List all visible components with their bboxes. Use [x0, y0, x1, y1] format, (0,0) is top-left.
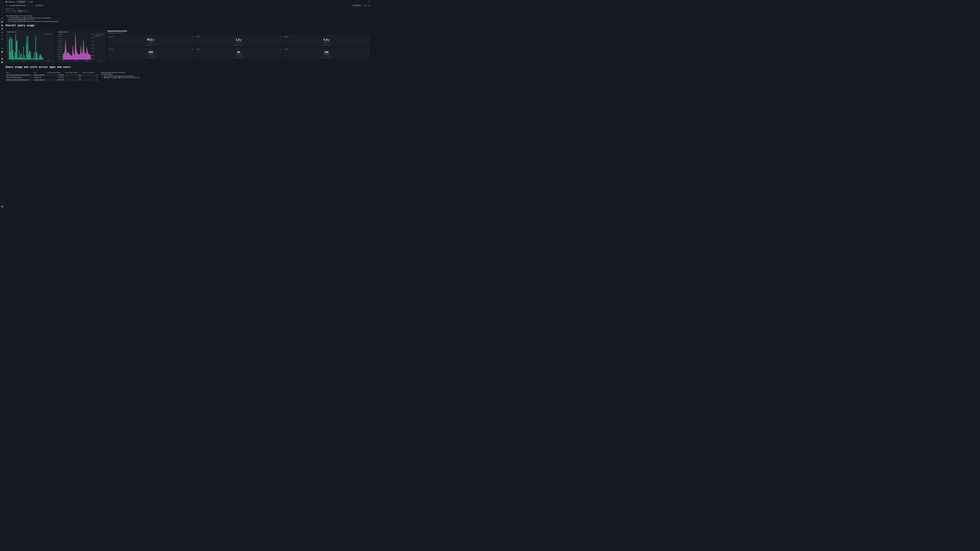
help-icon[interactable]: ? — [368, 1, 370, 3]
bar[interactable] — [21, 54, 21, 59]
bar[interactable] — [11, 38, 12, 60]
bar[interactable] — [25, 59, 26, 59]
chevron-down-icon[interactable]: ▾ — [96, 72, 97, 73]
sidebar-app-person-icon[interactable] — [1, 54, 3, 57]
breadcrumb[interactable]: Dashboards — [6, 1, 15, 3]
bar[interactable] — [38, 59, 38, 59]
timerange-select[interactable]: Last 2 hours ▾ — [352, 4, 363, 7]
app-logo-icon[interactable] — [1, 1, 3, 4]
bar[interactable] — [16, 41, 17, 59]
bar[interactable] — [34, 52, 35, 60]
bar[interactable] — [24, 55, 24, 59]
notifications-icon[interactable] — [1, 198, 3, 201]
bar[interactable] — [32, 59, 32, 59]
bar[interactable] — [43, 59, 43, 59]
bar[interactable] — [38, 59, 39, 59]
pin-icon[interactable] — [1, 8, 3, 11]
bar[interactable] — [41, 54, 41, 59]
bar[interactable] — [27, 44, 27, 59]
bar[interactable] — [26, 37, 27, 59]
bar[interactable] — [41, 56, 41, 60]
info-icon[interactable]: ⓘ — [368, 36, 369, 38]
bar[interactable] — [9, 39, 10, 60]
table-row[interactable]: ingrida.tamosaityte-ehrig@novatec-gmbh.d… — [6, 79, 99, 81]
sidebar-app-alert-icon[interactable]: ! — [1, 31, 3, 34]
chart-icon[interactable] — [1, 202, 3, 205]
refresh-button[interactable] — [364, 4, 367, 7]
bar[interactable] — [14, 59, 14, 59]
bar[interactable] — [25, 59, 25, 59]
bar[interactable] — [10, 37, 10, 59]
avatar[interactable]: H — [1, 205, 3, 208]
chevron-down-icon[interactable]: ▾ — [79, 72, 80, 73]
bar[interactable] — [18, 57, 19, 59]
bar[interactable] — [30, 53, 31, 59]
bar[interactable] — [13, 50, 13, 59]
sidebar-app-hex-icon[interactable] — [1, 61, 3, 64]
bar[interactable] — [35, 57, 35, 59]
table-header[interactable]: Query volume (user/app)⇅ ▾ — [46, 71, 64, 74]
filter-application[interactable]: * ▾ — [6, 10, 11, 13]
bar[interactable] — [21, 53, 22, 59]
sidebar-app-cube-icon[interactable] — [1, 17, 3, 20]
sidebar-app-db-icon[interactable] — [1, 47, 3, 50]
upload-button[interactable]: ⇪ Upload — [27, 0, 34, 3]
bar[interactable] — [27, 36, 28, 59]
sync-icon[interactable] — [31, 4, 34, 7]
bar[interactable] — [33, 59, 33, 59]
chart2-plot[interactable] — [63, 34, 91, 60]
info-icon[interactable]: ⓘ — [280, 36, 281, 38]
table-header[interactable]: Query count (user/app)⇅ ▾ — [82, 71, 99, 74]
bar[interactable] — [18, 59, 18, 59]
bar[interactable] — [20, 57, 20, 59]
bar[interactable] — [33, 59, 34, 59]
search-icon[interactable] — [1, 5, 3, 7]
bar[interactable] — [30, 51, 30, 59]
apps-grid-icon[interactable] — [1, 11, 3, 14]
bar[interactable] — [42, 57, 42, 59]
sidebar-app-globe-icon[interactable] — [1, 35, 3, 37]
bar[interactable] — [36, 52, 37, 60]
filter-user[interactable]: * ▾ — [11, 10, 16, 13]
chevron-down-icon[interactable]: ▾ — [38, 72, 38, 73]
sidebar-app-gear-icon[interactable] — [1, 41, 3, 44]
bar[interactable] — [12, 39, 13, 60]
sidebar-app-wood-icon[interactable] — [1, 24, 3, 27]
bar[interactable] — [15, 52, 15, 60]
more-menu-icon[interactable]: ⋮ — [27, 4, 30, 7]
table-header[interactable]: Query cost per user/app⇅ ▾ — [64, 71, 82, 74]
chart1-plot[interactable] — [9, 34, 43, 60]
bar[interactable] — [23, 46, 24, 59]
info-icon[interactable]: ⓘ — [192, 36, 193, 38]
new-dashboard-button[interactable]: ＋ Dashboard — [16, 0, 25, 3]
table-header[interactable]: User⇅ ▾ — [6, 71, 33, 74]
bar[interactable] — [39, 55, 40, 59]
info-icon[interactable]: ⓘ — [368, 48, 369, 50]
sidebar-app-bucket-icon[interactable] — [1, 51, 3, 53]
sidebar-app-grid-icon[interactable] — [1, 27, 3, 30]
bar[interactable] — [13, 56, 14, 60]
bar[interactable] — [35, 36, 36, 59]
bar[interactable] — [19, 50, 20, 59]
bar[interactable] — [23, 59, 23, 59]
bar[interactable] — [40, 55, 40, 59]
sidebar-app-dashboards-icon[interactable] — [0, 21, 3, 24]
panel-toggle-icon[interactable] — [6, 4, 8, 7]
chevron-down-icon[interactable]: ▾ — [10, 72, 11, 73]
refresh-dropdown[interactable]: ▾ — [368, 4, 370, 6]
bar[interactable] — [29, 51, 30, 59]
info-icon[interactable]: ⓘ — [280, 48, 281, 50]
table-row[interactable]: gabriele.hasson-birkenmayer@dynatrace.co… — [6, 74, 99, 76]
bar[interactable] — [16, 35, 16, 60]
sidebar-app-puzzle-icon[interactable] — [1, 57, 3, 60]
bar[interactable] — [17, 40, 18, 59]
bar[interactable] — [28, 54, 29, 59]
bar[interactable] — [22, 57, 22, 59]
chevron-down-icon[interactable]: ▾ — [62, 72, 62, 73]
table-row[interactable]: danilo.vukotic@dynatrace.comdynatrace.lo… — [6, 76, 99, 79]
bar[interactable] — [11, 52, 11, 60]
table-header[interactable]: App⇅ ▾ — [33, 71, 47, 74]
bar[interactable] — [31, 59, 32, 59]
expand-sidebar-icon[interactable] — [1, 195, 3, 198]
sidebar-app-dql-icon[interactable]: DQL — [1, 38, 3, 41]
